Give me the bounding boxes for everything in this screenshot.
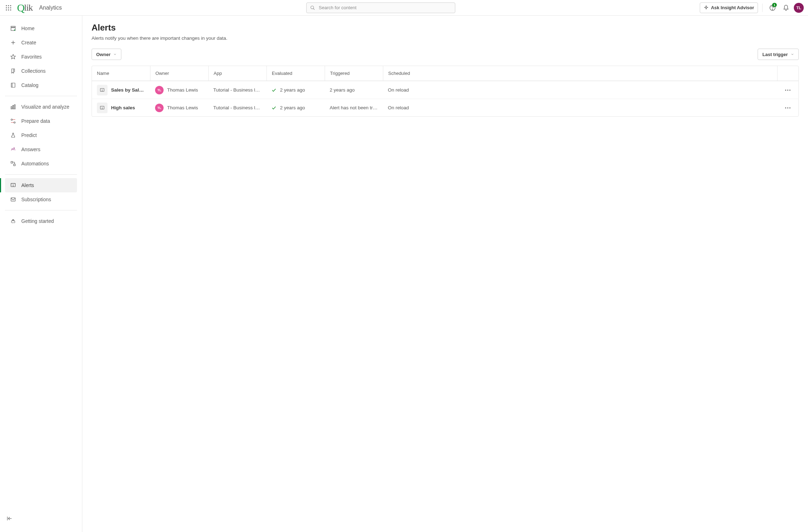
col-evaluated[interactable]: Evaluated — [266, 66, 325, 81]
owner-name: Thomas Lewis — [167, 105, 198, 110]
more-icon — [785, 89, 791, 91]
table-row[interactable]: High sales TL Thomas Lewis Tutorial - Bu… — [92, 99, 798, 116]
svg-point-25 — [14, 122, 15, 123]
logo[interactable]: Qlik — [17, 2, 33, 14]
table-row[interactable]: Sales by SalesOff… TL Thomas Lewis Tutor… — [92, 81, 798, 99]
sidebar-item-label: Visualize and analyze — [21, 104, 69, 110]
sidebar-item-visualize[interactable]: Visualize and analyze — [5, 100, 77, 114]
alert-icon — [10, 182, 16, 188]
ask-insight-advisor-button[interactable]: Ask Insight Advisor — [700, 2, 758, 13]
sidebar-item-label: Prepare data — [21, 118, 50, 124]
search-input-container[interactable] — [306, 2, 455, 13]
svg-point-46 — [790, 107, 791, 108]
mail-icon — [10, 196, 16, 203]
svg-point-7 — [8, 9, 9, 10]
col-triggered[interactable]: Triggered — [325, 66, 383, 81]
owner-avatar: TL — [155, 104, 164, 112]
col-scheduled[interactable]: Scheduled — [383, 66, 777, 81]
divider — [762, 4, 763, 12]
scheduled-text: On reload — [388, 87, 409, 93]
svg-point-45 — [787, 107, 788, 108]
svg-point-43 — [102, 108, 103, 109]
sidebar-item-label: Create — [21, 40, 36, 45]
home-icon — [10, 25, 16, 32]
sidebar-item-subscriptions[interactable]: Subscriptions — [5, 192, 77, 207]
user-avatar[interactable]: TL — [794, 3, 804, 13]
svg-point-30 — [13, 186, 13, 186]
sidebar-item-automations[interactable]: Automations — [5, 157, 77, 171]
sidebar-item-catalog[interactable]: Catalog — [5, 78, 77, 92]
owner-filter-label: Owner — [96, 52, 110, 57]
sidebar-item-label: Collections — [21, 68, 45, 74]
page-description: Alerts notify you when there are importa… — [92, 35, 799, 41]
owner-name: Thomas Lewis — [167, 87, 198, 93]
svg-rect-23 — [14, 105, 15, 109]
chevron-down-icon — [791, 53, 794, 56]
sidebar-item-favorites[interactable]: Favorites — [5, 50, 77, 64]
sidebar-item-collections[interactable]: Collections — [5, 64, 77, 78]
owner-filter-button[interactable]: Owner — [92, 49, 121, 60]
app-name: Analytics — [39, 5, 62, 11]
sidebar-item-label: Getting started — [21, 218, 54, 224]
row-menu-button[interactable] — [785, 107, 791, 109]
sidebar-item-alerts[interactable]: Alerts — [5, 178, 77, 192]
sidebar-item-label: Answers — [21, 147, 40, 152]
svg-point-4 — [8, 7, 9, 8]
sort-label: Last trigger — [762, 52, 788, 57]
flask-icon — [10, 132, 16, 138]
chevron-down-icon — [113, 53, 117, 56]
sidebar-item-label: Predict — [21, 132, 37, 138]
answers-icon — [10, 146, 16, 153]
sidebar-item-getting-started[interactable]: Getting started — [5, 214, 77, 228]
owner-avatar: TL — [155, 86, 164, 94]
search-input[interactable] — [318, 5, 451, 11]
row-menu-button[interactable] — [785, 89, 791, 91]
alert-name: High sales — [111, 105, 135, 110]
sidebar-item-predict[interactable]: Predict — [5, 128, 77, 142]
sparkle-icon — [704, 5, 709, 10]
rocket-icon — [10, 218, 16, 224]
ask-insight-advisor-label: Ask Insight Advisor — [711, 5, 754, 10]
sidebar-item-label: Automations — [21, 161, 49, 166]
svg-point-44 — [785, 107, 786, 108]
col-app[interactable]: App — [208, 66, 266, 81]
triggered-text: Alert has not been triggered — [330, 105, 378, 110]
top-header: Qlik Analytics Ask Insight Advisor 1 TL — [0, 0, 808, 16]
table-header: Name Owner App Evaluated Triggered Sched… — [92, 66, 798, 81]
collapse-icon — [6, 516, 12, 521]
app-launcher-icon[interactable] — [4, 4, 13, 12]
sidebar-item-prepare[interactable]: Prepare data — [5, 114, 77, 128]
evaluated-text: 2 years ago — [280, 87, 305, 93]
svg-marker-18 — [11, 54, 15, 59]
svg-point-9 — [311, 6, 314, 9]
svg-rect-14 — [11, 26, 15, 27]
help-button[interactable]: 1 — [767, 2, 778, 13]
collapse-sidebar-button[interactable] — [5, 514, 13, 523]
sidebar-item-label: Subscriptions — [21, 197, 51, 202]
col-owner[interactable]: Owner — [150, 66, 208, 81]
check-icon — [271, 105, 276, 110]
svg-point-12 — [772, 9, 773, 9]
sidebar-item-answers[interactable]: Answers — [5, 142, 77, 157]
star-icon — [10, 54, 16, 60]
catalog-icon — [10, 82, 16, 88]
notifications-button[interactable] — [780, 2, 792, 13]
more-icon — [785, 107, 791, 109]
sidebar-item-create[interactable]: Create — [5, 35, 77, 50]
svg-rect-27 — [13, 164, 15, 166]
col-name[interactable]: Name — [92, 66, 150, 81]
sidebar-item-label: Home — [21, 26, 34, 31]
evaluated-text: 2 years ago — [280, 105, 305, 110]
search-icon — [310, 5, 315, 10]
page-title: Alerts — [92, 23, 799, 33]
svg-point-5 — [10, 7, 11, 8]
sort-button[interactable]: Last trigger — [758, 49, 799, 60]
svg-point-37 — [102, 91, 103, 91]
svg-point-8 — [10, 9, 11, 10]
sidebar-item-home[interactable]: Home — [5, 21, 77, 35]
main-content: Alerts Alerts notify you when there are … — [82, 16, 808, 532]
svg-point-15 — [14, 29, 15, 31]
chart-icon — [10, 104, 16, 110]
bookmark-icon — [10, 68, 16, 74]
svg-point-38 — [785, 89, 786, 91]
